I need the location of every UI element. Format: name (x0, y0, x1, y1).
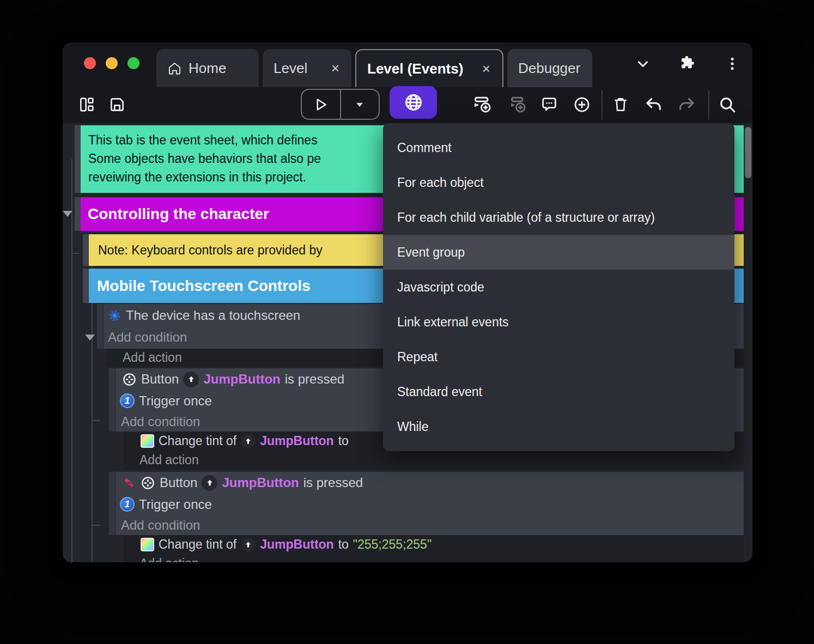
tab-label: Level (Events) (367, 60, 463, 77)
menu-item-event-group[interactable]: Event group (383, 235, 734, 270)
object-name: JumpButton (260, 434, 333, 448)
action-string-value: "255;255;255" (353, 537, 432, 552)
add-condition-link[interactable]: Add condition (116, 515, 744, 535)
condition-text: Button (160, 475, 197, 490)
toolbar-divider (708, 90, 709, 120)
redo-icon[interactable] (674, 92, 699, 117)
close-tab-icon[interactable]: × (481, 60, 491, 77)
object-thumbnail-arrow-icon (202, 475, 217, 491)
add-subevent-icon[interactable] (505, 92, 530, 117)
extensions-puzzle-icon[interactable] (676, 51, 700, 75)
toolbar-divider (602, 90, 603, 120)
close-tab-icon[interactable]: × (330, 60, 341, 77)
gear-icon (108, 309, 122, 323)
row-drag-handle[interactable] (75, 197, 81, 231)
object-thumbnail-arrow-icon (241, 434, 256, 448)
app-window: Home Level × Level (Events) × Debugger (63, 42, 752, 562)
menu-item-comment[interactable]: Comment (383, 130, 734, 165)
add-comment-icon[interactable] (537, 92, 562, 117)
tab-level[interactable]: Level × (263, 49, 351, 87)
gamepad-button-icon (122, 372, 137, 387)
menu-item-repeat[interactable]: Repeat (383, 339, 734, 374)
tree-guide-stub (71, 253, 79, 254)
add-event-globe-button[interactable] (390, 86, 437, 119)
row-drag-handle[interactable] (109, 472, 115, 535)
gamepad-button-icon (141, 476, 155, 490)
action-row[interactable]: Add action (124, 554, 744, 562)
object-thumbnail-arrow-icon (183, 372, 199, 387)
subevent-conditions[interactable]: Button JumpButton is pressed 1 Trigger o… (116, 472, 744, 535)
collapse-arrow-icon[interactable] (63, 211, 72, 217)
add-event-context-menu: Comment For each object For each child v… (383, 123, 734, 451)
condition-text: Trigger once (139, 497, 212, 512)
undo-icon[interactable] (641, 92, 666, 117)
tab-home[interactable]: Home (156, 49, 259, 87)
menu-item-javascript-code[interactable]: Javascript code (383, 270, 734, 305)
search-icon[interactable] (715, 92, 740, 117)
object-name: JumpButton (260, 537, 333, 552)
condition-text: Button (141, 372, 179, 387)
object-thumbnail-arrow-icon (241, 537, 256, 552)
traffic-close-button[interactable] (84, 57, 96, 69)
menu-item-standard-event[interactable]: Standard event (383, 374, 734, 409)
row-drag-handle[interactable] (83, 269, 89, 303)
preview-button-group (301, 89, 380, 120)
play-preview-button[interactable] (302, 90, 340, 119)
tree-guide-line (71, 159, 72, 562)
tint-color-icon (141, 538, 154, 551)
project-manager-icon[interactable] (74, 92, 99, 117)
row-drag-handle[interactable] (83, 234, 89, 266)
menu-item-for-each-child-variable[interactable]: For each child variable (of a structure … (383, 200, 734, 235)
action-row[interactable]: Change tint of JumpButton to "255;255;25… (124, 535, 744, 554)
condition-text: Trigger once (139, 393, 212, 409)
tint-color-icon (141, 434, 154, 448)
traffic-minimize-button[interactable] (106, 57, 118, 69)
condition-suffix: is pressed (303, 475, 363, 490)
group-title: Controlling the character (88, 205, 269, 223)
row-drag-handle[interactable] (109, 368, 115, 432)
home-icon (167, 61, 182, 76)
group-title: Mobile Touchscreen Controls (97, 277, 311, 295)
add-action-link[interactable]: Add action (124, 554, 744, 562)
tab-level-events[interactable]: Level (Events) × (355, 49, 503, 87)
tab-label: Debugger (518, 60, 580, 77)
action-suffix: to (338, 537, 349, 552)
trigger-once-icon: 1 (120, 393, 135, 408)
menu-item-while[interactable]: While (383, 409, 734, 444)
object-name: JumpButton (203, 372, 280, 387)
toolbar (63, 87, 752, 123)
chevron-down-icon[interactable] (631, 52, 655, 76)
menu-item-link-external-events[interactable]: Link external events (383, 305, 734, 339)
menu-item-for-each-object[interactable]: For each object (383, 165, 734, 200)
trigger-once-icon: 1 (120, 497, 135, 512)
tree-guide-stub (92, 420, 100, 421)
add-action-link[interactable]: Add action (124, 451, 744, 470)
collapse-arrow-icon[interactable] (85, 335, 95, 341)
note-text: Note: Keyboard controls are provided by (98, 243, 323, 258)
globe-icon (403, 92, 424, 113)
object-name: JumpButton (222, 475, 299, 490)
delete-trash-icon[interactable] (608, 92, 633, 117)
row-drag-handle[interactable] (75, 125, 81, 193)
save-icon[interactable] (105, 92, 130, 117)
traffic-zoom-button[interactable] (127, 57, 139, 69)
tab-debugger[interactable]: Debugger (507, 49, 592, 87)
action-text: Change tint of (159, 434, 236, 448)
tab-label: Level (274, 60, 307, 77)
action-row[interactable]: Add action (124, 451, 744, 470)
condition-suffix: is pressed (285, 372, 344, 387)
add-event-icon[interactable] (470, 92, 495, 117)
circle-plus-icon[interactable] (569, 92, 594, 117)
vertical-scrollbar-thumb[interactable] (745, 127, 751, 178)
condition-text: The device has a touchscreen (126, 308, 300, 323)
action-text: Change tint of (159, 537, 236, 552)
kebab-menu-icon[interactable] (720, 52, 744, 76)
preview-options-dropdown[interactable] (341, 90, 379, 119)
titlebar: Home Level × Level (Events) × Debugger (63, 42, 752, 87)
action-suffix: to (338, 434, 349, 448)
tree-guide-stub (92, 525, 100, 526)
row-drag-handle[interactable] (97, 304, 103, 349)
screenshot-stage: Home Level × Level (Events) × Debugger (0, 0, 814, 644)
invert-condition-icon (122, 476, 136, 490)
tab-label: Home (189, 60, 226, 77)
